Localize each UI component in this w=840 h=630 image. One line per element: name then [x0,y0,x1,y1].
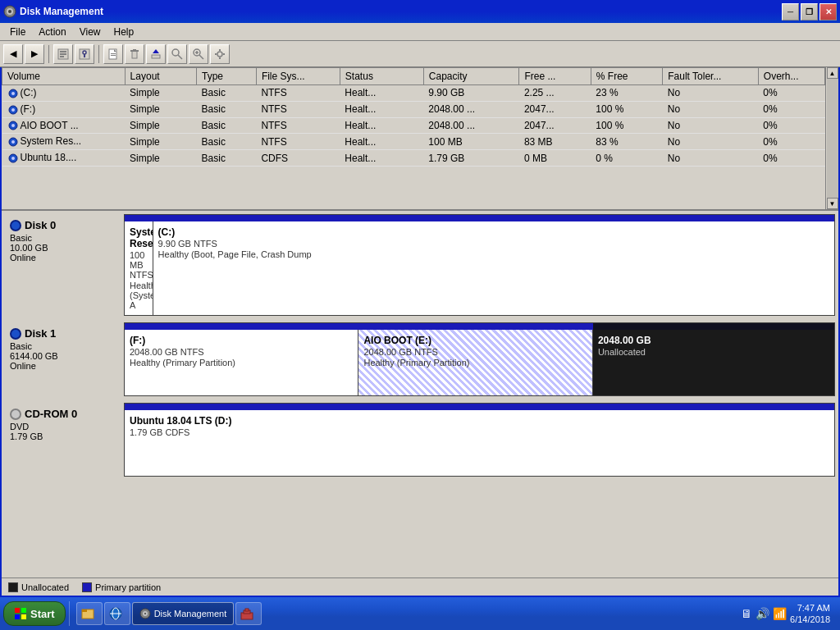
close-button[interactable]: ✕ [819,3,837,21]
cell-fs: CDFS [256,150,340,167]
disk-name: CD-ROM 0 [10,408,119,420]
cell-faultol: No [663,101,759,117]
partition-detail1: 2048.00 GB NTFS [130,347,353,357]
cell-faultol: No [663,134,759,150]
disk-partitions-disk0: System Reserved 100 MB NTFS Healthy (Sys… [124,214,835,316]
table-row[interactable]: (C:) Simple Basic NTFS Healt... 9.90 GB … [2,85,825,102]
col-overhead[interactable]: Overh... [758,68,824,85]
cell-type: Basic [197,117,257,134]
speaker-icon: 🔊 [756,607,769,620]
new-button[interactable] [103,44,123,64]
disk-label-disk1: Disk 1 Basic 6144.00 GB Online [5,322,124,396]
table-row[interactable]: Ubuntu 18.... Simple Basic CDFS Healt...… [2,150,825,167]
svg-rect-42 [15,614,20,619]
export-button[interactable] [146,44,166,64]
col-pctfree[interactable]: % Free [591,68,662,85]
table-row[interactable]: (F:) Simple Basic NTFS Healt... 2048.00 … [2,101,825,117]
svg-rect-6 [60,56,64,57]
back-button[interactable]: ◀ [3,44,23,64]
svg-rect-9 [84,54,85,57]
partition-box[interactable]: (F:) 2048.00 GB NTFS Healthy (Primary Pa… [125,330,358,395]
menu-view[interactable]: View [73,25,107,39]
help-button[interactable] [75,44,94,64]
svg-point-25 [217,52,222,57]
table-row[interactable]: System Res... Simple Basic NTFS Healt...… [2,134,825,150]
disk-type: DVD [10,422,119,431]
ie-icon [108,606,123,621]
col-faulttol[interactable]: Fault Toler... [663,68,759,85]
cell-fs: NTFS [256,117,340,134]
cell-status: Healt... [340,117,423,134]
svg-point-2 [8,10,11,13]
cell-capacity: 9.90 GB [423,85,519,102]
partition-box[interactable]: System Reserved 100 MB NTFS Healthy (Sys… [125,221,153,315]
windows-logo-icon [14,607,27,620]
partition-name: Ubuntu 18.04 LTS (D:) [130,415,829,427]
disk-label-disk0: Disk 0 Basic 10.00 GB Online [5,214,124,316]
col-free[interactable]: Free ... [519,68,591,85]
cell-free: 2.25 ... [519,85,591,102]
table-scroll[interactable]: Volume Layout Type File Sys... Status Ca… [2,67,838,209]
col-volume[interactable]: Volume [2,68,126,85]
taskbar-toolbox-icon[interactable] [235,602,262,625]
bar-segment [593,323,834,330]
disk-type: Basic [10,233,119,243]
zoom-button[interactable] [189,44,208,64]
cell-capacity: 2048.00 ... [423,101,519,117]
cell-pctfree: 23 % [591,85,662,102]
partition-name: 2048.00 GB [598,335,829,346]
taskbar-diskmgmt-item[interactable]: Disk Management [132,602,235,625]
cell-type: Basic [197,101,257,117]
svg-rect-41 [21,608,26,613]
partition-box[interactable]: 2048.00 GB Unallocated [593,330,834,395]
partition-detail1: 9.90 GB NTFS [158,239,829,249]
properties-button[interactable] [53,44,73,64]
cell-overhead: 0% [758,117,824,134]
partition-box[interactable]: Ubuntu 18.04 LTS (D:) 1.79 GB CDFS [125,410,834,476]
forward-button[interactable]: ▶ [25,44,44,64]
taskbar: Start Disk Management [0,597,840,630]
cell-volume: Ubuntu 18.... [2,150,126,167]
cell-layout: Simple [125,134,196,150]
disk-visual-section[interactable]: Disk 0 Basic 10.00 GB Online System Rese… [2,211,838,578]
network-conn-icon: 📶 [773,607,787,620]
taskbar-folder-icon[interactable] [104,602,130,625]
svg-rect-43 [21,614,26,619]
restore-button[interactable]: ❐ [801,3,818,21]
cell-free: 2047... [519,117,591,134]
menu-bar: File Action View Help [0,23,840,41]
toolbar-separator-1 [48,45,49,63]
taskbar-diskmgmt-label: Disk Management [154,609,227,619]
table-row[interactable]: AIO BOOT ... Simple Basic NTFS Healt... … [2,117,825,134]
scroll-up[interactable]: ▲ [827,67,838,79]
svg-rect-54 [245,609,249,611]
settings-button[interactable] [210,44,230,64]
svg-point-35 [11,124,15,127]
disk-type: Basic [10,341,119,351]
search-button[interactable] [167,44,187,64]
minimize-button[interactable]: ─ [782,3,799,21]
col-type[interactable]: Type [197,68,257,85]
menu-file[interactable]: File [3,25,32,39]
delete-button[interactable] [125,44,144,64]
cdrom-icon [10,409,21,420]
partition-box[interactable]: (C:) 9.90 GB NTFS Healthy (Boot, Page Fi… [153,221,834,315]
start-button[interactable]: Start [3,601,66,626]
taskbar-ie-icon[interactable] [76,602,103,625]
col-status[interactable]: Status [340,68,423,85]
partition-detail1: 1.79 GB CDFS [130,427,829,437]
cell-volume: (C:) [2,85,126,102]
toolbar-separator-2 [98,45,99,63]
svg-rect-5 [60,53,66,55]
scroll-down[interactable]: ▼ [827,198,838,209]
col-capacity[interactable]: Capacity [423,68,519,85]
partition-detail2: Healthy (System, A [130,281,148,310]
col-fs[interactable]: File Sys... [256,68,340,85]
partition-detail2: Healthy (Primary Partition) [363,358,587,368]
partition-box[interactable]: AIO BOOT (E:) 2048.00 GB NTFS Healthy (P… [358,330,592,395]
partition-contents: Ubuntu 18.04 LTS (D:) 1.79 GB CDFS [125,410,834,476]
cell-overhead: 0% [758,150,824,167]
col-layout[interactable]: Layout [125,68,196,85]
menu-help[interactable]: Help [107,25,141,39]
menu-action[interactable]: Action [32,25,72,39]
